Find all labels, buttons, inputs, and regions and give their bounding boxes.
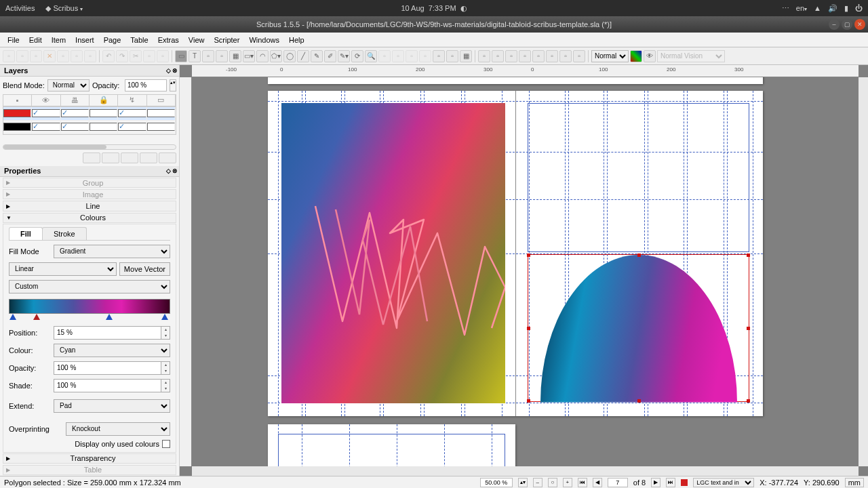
page-next[interactable] xyxy=(268,424,515,466)
gradient-stop[interactable] xyxy=(9,314,16,320)
layer-opacity-input[interactable] xyxy=(125,79,167,92)
layers-scroll[interactable] xyxy=(3,144,176,150)
horizontal-ruler[interactable]: -100 0 100 200 300 0 100 200 300 xyxy=(192,65,859,77)
window-close-button[interactable]: ✕ xyxy=(854,19,865,30)
pdf-radio-icon[interactable]: ▫ xyxy=(492,50,504,62)
lang-indicator[interactable]: en▾ xyxy=(796,4,807,12)
menu-scripter[interactable]: Scripter xyxy=(209,36,244,44)
menu-table[interactable]: Table xyxy=(125,36,153,44)
cut-icon[interactable]: ✂ xyxy=(130,50,142,62)
layer-lock-checkbox[interactable] xyxy=(90,109,117,117)
stop-opacity-input[interactable] xyxy=(54,361,161,375)
pdf-check-icon[interactable]: ▫ xyxy=(519,50,531,62)
layer-visible-checkbox[interactable] xyxy=(32,123,60,131)
menu-help[interactable]: Help xyxy=(284,36,309,44)
layer-add-button[interactable] xyxy=(83,152,100,163)
gradient-stop[interactable] xyxy=(161,314,168,320)
properties-panel-header[interactable]: Properties ◇⊗ xyxy=(0,166,179,178)
vertical-scrollbar[interactable] xyxy=(859,77,868,466)
shape-tool-icon[interactable]: ▭▾ xyxy=(243,50,255,62)
menu-extras[interactable]: Extras xyxy=(153,36,184,44)
menu-view[interactable]: View xyxy=(184,36,210,44)
text-frame-icon[interactable]: T xyxy=(189,50,201,62)
menu-insert[interactable]: Insert xyxy=(71,36,99,44)
story-editor-icon[interactable]: ▫ xyxy=(392,50,404,62)
window-minimize-button[interactable]: – xyxy=(829,19,840,30)
preview-toggle-icon[interactable]: 👁 xyxy=(644,50,656,62)
section-transparency[interactable]: ▶Transparency xyxy=(3,453,176,464)
blend-mode-select[interactable]: Normal xyxy=(47,79,90,92)
active-layer-swatch[interactable] xyxy=(681,479,688,486)
battery-icon[interactable]: ▮ xyxy=(844,4,848,13)
calligraphy-tool-icon[interactable]: ✎▾ xyxy=(338,50,350,62)
page-spread[interactable] xyxy=(268,91,763,416)
layer-dup-button[interactable] xyxy=(121,152,138,163)
layer-lock-checkbox[interactable] xyxy=(90,123,117,131)
clock-date[interactable]: 10 Aug xyxy=(401,4,424,12)
zoom-tool-icon[interactable]: 🔍 xyxy=(365,50,377,62)
eyedropper-icon[interactable]: ▦ xyxy=(460,50,472,62)
layer-color-swatch[interactable] xyxy=(3,123,31,131)
line-tool-icon[interactable]: ╱ xyxy=(297,50,309,62)
section-colours[interactable]: ▼Colours xyxy=(3,213,176,223)
table-tool-icon[interactable]: ▦ xyxy=(229,50,241,62)
extend-select[interactable]: Pad xyxy=(54,399,170,413)
selection-box[interactable] xyxy=(528,254,749,402)
used-colours-checkbox[interactable] xyxy=(162,440,170,448)
window-maximize-button[interactable]: ▢ xyxy=(842,19,852,30)
zoom-spin[interactable]: ▴▾ xyxy=(518,478,528,487)
zoom-out-button[interactable]: – xyxy=(533,478,542,487)
unlink-frames-icon[interactable]: ▫ xyxy=(419,50,431,62)
paste-icon[interactable]: ▫ xyxy=(157,50,169,62)
layer-flow-checkbox[interactable] xyxy=(118,109,146,117)
layer-down-button[interactable] xyxy=(159,152,176,163)
gradient-dome[interactable] xyxy=(540,255,737,466)
page-input[interactable] xyxy=(608,478,628,487)
zoom-input[interactable] xyxy=(480,478,513,487)
spiral-tool-icon[interactable]: ◯ xyxy=(283,50,296,62)
section-line[interactable]: ▶Line xyxy=(3,201,176,211)
undo-icon[interactable]: ↶ xyxy=(102,50,115,62)
layer-print-checkbox[interactable] xyxy=(61,109,89,117)
page-first-button[interactable]: ⏮ xyxy=(578,478,587,487)
clock-time[interactable]: 7:33 PM xyxy=(429,4,456,12)
menu-page[interactable]: Page xyxy=(99,36,126,44)
activities-button[interactable]: Activities xyxy=(5,4,35,12)
pdf-icon[interactable]: ▫ xyxy=(84,50,96,62)
move-vector-button[interactable]: Move Vector xyxy=(119,262,170,276)
copy-props-icon[interactable]: ▫ xyxy=(446,50,458,62)
pdf-link-icon[interactable]: ▫ xyxy=(573,50,585,62)
volume-icon[interactable]: 🔊 xyxy=(828,4,837,13)
layer-outline-checkbox[interactable] xyxy=(147,109,175,117)
active-layer-select[interactable]: LGC text and in xyxy=(693,478,754,487)
preflight-icon[interactable]: ▫ xyxy=(71,50,83,62)
preview-mode-select[interactable]: Normal xyxy=(591,50,629,62)
pdf-combo-icon[interactable]: ▫ xyxy=(532,50,545,62)
layer-outline-checkbox[interactable] xyxy=(147,123,175,131)
copy-icon[interactable]: ▫ xyxy=(143,50,155,62)
page-next-button[interactable]: ▶ xyxy=(651,478,660,487)
polygon-tool-icon[interactable]: ⬠▾ xyxy=(270,50,282,62)
zoom-reset-button[interactable]: ○ xyxy=(548,478,557,487)
link-frames-icon[interactable]: ▫ xyxy=(406,50,418,62)
overprint-select[interactable]: Knockout xyxy=(66,422,170,436)
layer-up-button[interactable] xyxy=(140,152,157,163)
layers-panel-header[interactable]: Layers ◇⊗ xyxy=(0,65,179,77)
gradient-preset-select[interactable]: Custom xyxy=(9,280,170,293)
shade-input[interactable] xyxy=(54,379,161,392)
vision-select[interactable]: Normal Vision xyxy=(657,50,725,62)
menu-edit[interactable]: Edit xyxy=(24,36,47,44)
network-icon[interactable]: ▲ xyxy=(814,4,821,12)
menu-windows[interactable]: Windows xyxy=(244,36,284,44)
edit-contents-icon[interactable]: ▫ xyxy=(378,50,391,62)
rotate-tool-icon[interactable]: ⟳ xyxy=(351,50,363,62)
page-prev-button[interactable]: ◀ xyxy=(593,478,602,487)
position-input[interactable] xyxy=(54,326,161,340)
layer-flow-checkbox[interactable] xyxy=(118,123,146,131)
image-frame-icon[interactable]: ▫ xyxy=(202,50,214,62)
vertical-ruler[interactable] xyxy=(180,77,192,466)
pdf-text-icon[interactable]: ▫ xyxy=(505,50,517,62)
indicator-icon[interactable]: ⋯ xyxy=(782,4,789,13)
arc-tool-icon[interactable]: ◠ xyxy=(256,50,269,62)
cms-toggle-icon[interactable] xyxy=(630,50,642,62)
